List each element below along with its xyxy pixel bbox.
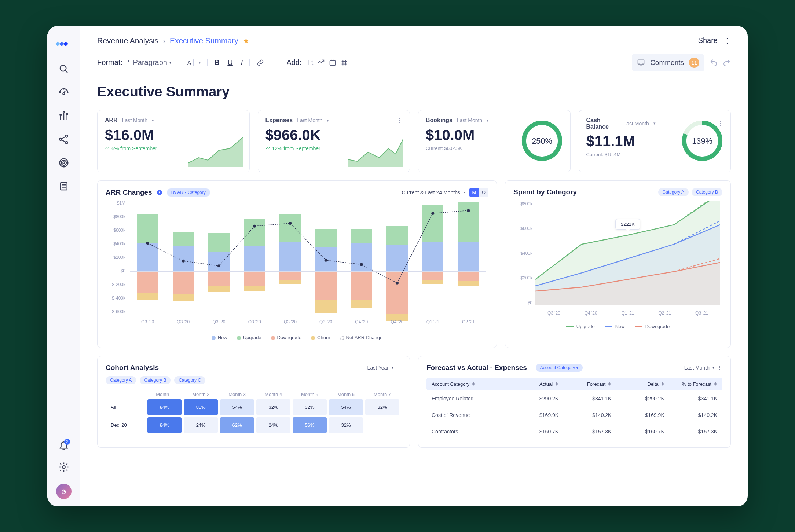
- svg-point-23: [62, 466, 65, 469]
- svg-point-9: [60, 114, 61, 115]
- panel-cohort: Cohort Analysis Last Year▾ ⋮ Category A …: [97, 356, 410, 448]
- cohort-table: Month 1Month 2Month 3Month 4Month 5Month…: [106, 389, 402, 435]
- format-toolbar: Format: ¶ Paragraph ▾ A▾ B U I Add: Tt: [97, 58, 348, 67]
- page-title: Executive Summary: [97, 84, 731, 100]
- filter-pill[interactable]: Category A: [658, 188, 689, 196]
- share-nodes-icon[interactable]: [58, 134, 69, 145]
- range-dropdown[interactable]: Last Year: [367, 365, 389, 371]
- svg-text:250%: 250%: [532, 136, 552, 145]
- comments-button[interactable]: Comments 11: [632, 54, 704, 71]
- more-menu-icon[interactable]: ⋮: [723, 36, 731, 45]
- insert-calendar-icon[interactable]: [329, 59, 337, 67]
- panel-menu-icon[interactable]: ⋮: [717, 365, 722, 371]
- metrics-icon[interactable]: [58, 110, 69, 121]
- target-icon[interactable]: [58, 157, 69, 168]
- filter-pill[interactable]: By ARR Category: [167, 188, 210, 197]
- filter-pill[interactable]: Category C: [174, 376, 205, 384]
- app-window: 2 ◔ Revenue Analysis › Executive Summary…: [47, 26, 748, 506]
- svg-point-48: [431, 212, 434, 214]
- kpi-row: ARRLast Month▾⋮ $16.0M 6% from September…: [97, 110, 731, 172]
- svg-point-42: [217, 264, 220, 267]
- avatar[interactable]: ◔: [56, 484, 72, 499]
- svg-rect-24: [330, 60, 336, 65]
- insert-text-icon[interactable]: Tt: [307, 58, 314, 67]
- share-button[interactable]: Share: [698, 36, 718, 45]
- notification-count: 2: [64, 439, 70, 445]
- undo-icon[interactable]: [710, 58, 718, 67]
- star-icon[interactable]: ★: [243, 36, 249, 45]
- notifications-button[interactable]: 2: [58, 440, 69, 452]
- panel-forecast-actual: Forecast vs Actual - Expenses Account Ca…: [418, 356, 731, 448]
- sidebar: 2 ◔: [47, 26, 80, 506]
- svg-rect-20: [61, 183, 67, 190]
- gear-icon[interactable]: [58, 462, 69, 473]
- italic-button[interactable]: I: [241, 58, 243, 67]
- kpi-arr: ARRLast Month▾⋮ $16.0M 6% from September: [97, 110, 250, 172]
- svg-point-47: [396, 281, 399, 284]
- panel-menu-icon[interactable]: ⋮: [396, 365, 402, 371]
- panel-spend: Spend by Category Category A Category B …: [505, 180, 731, 348]
- svg-point-43: [253, 224, 256, 227]
- info-icon[interactable]: ✦: [157, 190, 162, 195]
- filter-pill[interactable]: Category A: [106, 376, 136, 384]
- kpi-menu-icon[interactable]: ⋮: [236, 117, 242, 124]
- svg-point-11: [66, 113, 67, 115]
- granularity-toggle[interactable]: M Q: [469, 188, 488, 197]
- svg-rect-2: [63, 41, 68, 46]
- filter-pill[interactable]: Account Category ▾: [536, 364, 583, 372]
- arr-legend: New Upgrade Downgrade Churn Net ARR Chan…: [106, 335, 488, 340]
- chart-tooltip: $221K: [615, 219, 640, 230]
- comments-label: Comments: [650, 59, 684, 67]
- filter-pill[interactable]: Category B: [692, 188, 722, 196]
- link-icon[interactable]: [256, 59, 264, 67]
- spend-chart: $800k$600k$400k$200k$0 $221K Q3 '20Q4 '2…: [513, 201, 722, 322]
- svg-point-18: [61, 160, 66, 165]
- svg-point-41: [182, 259, 185, 262]
- text-color-button[interactable]: A: [185, 59, 194, 66]
- breadcrumb: Revenue Analysis › Executive Summary ★: [97, 36, 249, 45]
- svg-line-16: [61, 140, 65, 142]
- gauge-icon: 250%: [520, 119, 564, 162]
- redo-icon[interactable]: [722, 58, 731, 67]
- breadcrumb-root[interactable]: Revenue Analysis: [97, 36, 158, 45]
- search-icon[interactable]: [58, 63, 69, 74]
- logo-icon: [55, 37, 72, 49]
- paragraph-dropdown[interactable]: ¶ Paragraph ▾: [128, 58, 171, 67]
- kpi-menu-icon[interactable]: ⋮: [396, 117, 402, 124]
- svg-text:✦: ✦: [158, 191, 161, 194]
- format-label: Format:: [97, 58, 122, 67]
- svg-point-44: [289, 222, 292, 225]
- underline-button[interactable]: U: [227, 58, 232, 67]
- filter-pill[interactable]: Category B: [140, 376, 171, 384]
- insert-grid-icon[interactable]: [340, 59, 348, 67]
- svg-point-40: [146, 242, 149, 245]
- arr-chart: $1M$800k$600k$400k$200k$0$-200k$-400k$-6…: [106, 201, 488, 333]
- panel-arr-changes: ARR Changes ✦ By ARR Category Current & …: [97, 180, 497, 348]
- dashboard-icon[interactable]: [58, 87, 69, 98]
- sidebar-nav: [58, 63, 69, 192]
- range-dropdown[interactable]: Last Month: [684, 365, 710, 371]
- kpi-expenses: ExpensesLast Month▾⋮ $966.0K 12% from Se…: [258, 110, 410, 172]
- main: Revenue Analysis › Executive Summary ★ S…: [80, 26, 748, 506]
- range-dropdown[interactable]: Current & Last 24 Months: [402, 190, 460, 195]
- svg-point-10: [63, 111, 65, 113]
- kpi-cash: Cash BalanceLast Month▾⋮ $11.1M Current:…: [579, 110, 731, 172]
- svg-line-4: [65, 70, 67, 73]
- svg-point-3: [60, 65, 66, 71]
- gauge-icon: 139%: [681, 119, 724, 162]
- sparkline-icon: [188, 137, 243, 167]
- forecast-table: Account CategoryActualForecastDelta% to …: [426, 378, 722, 440]
- svg-point-5: [63, 93, 65, 95]
- document-icon[interactable]: [58, 181, 69, 192]
- svg-text:139%: 139%: [692, 136, 712, 145]
- svg-point-45: [325, 258, 327, 261]
- insert-trend-icon[interactable]: [317, 59, 325, 67]
- bold-button[interactable]: B: [214, 58, 219, 67]
- kpi-bookings: BookingsLast Month▾⋮ $10.0M Current: $60…: [418, 110, 571, 172]
- svg-point-19: [63, 162, 65, 164]
- breadcrumb-current[interactable]: Executive Summary: [170, 36, 238, 45]
- svg-line-15: [61, 136, 65, 139]
- chevron-right-icon: ›: [163, 36, 165, 45]
- svg-point-49: [467, 209, 470, 212]
- comments-count: 11: [689, 58, 699, 68]
